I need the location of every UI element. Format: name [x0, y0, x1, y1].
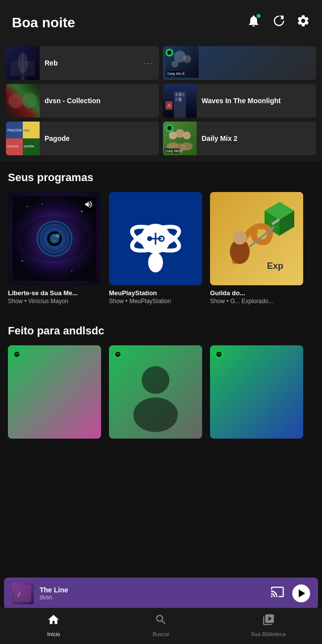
- feito-scroll: [8, 345, 314, 502]
- guilda-thumbnail: Exp: [210, 192, 303, 285]
- play-button[interactable]: [292, 584, 310, 602]
- svg-rect-5: [11, 61, 21, 76]
- svg-rect-23: [179, 98, 181, 101]
- waves-thumbnail: ⚠: [163, 84, 197, 118]
- programs-scroll: Liberte-se da Sua Me... Show • Vinícius …: [8, 192, 314, 315]
- bell-icon[interactable]: [247, 14, 261, 31]
- quick-item-daily-mix-6[interactable]: Daily Mix 6 Daily Mix 6: [163, 46, 316, 80]
- notification-dot: [257, 14, 261, 18]
- svg-point-67: [148, 253, 163, 272]
- feito-thumb-3: [210, 345, 303, 439]
- quick-item-daily-mix-2[interactable]: Daily Mix 2 Daily Mix 2: [163, 122, 316, 155]
- svg-text:⚠: ⚠: [167, 103, 171, 108]
- nav-biblioteca[interactable]: Sua Biblioteca: [215, 613, 322, 637]
- svg-rect-78: [8, 345, 101, 439]
- liberte-name: Liberte-se da Sua Me...: [8, 289, 101, 297]
- svg-point-38: [183, 131, 191, 139]
- feito-card-2[interactable]: [109, 345, 202, 443]
- svg-rect-22: [175, 98, 178, 101]
- meuplaystation-sub: Show • MeuPlayStation: [109, 298, 202, 305]
- reb-more-icon[interactable]: ···: [144, 58, 159, 68]
- spotify-dot-dm2: [165, 124, 173, 132]
- svg-rect-19: [175, 93, 178, 96]
- playing-indicator: [81, 197, 96, 212]
- svg-rect-16: [6, 84, 40, 118]
- svg-rect-20: [179, 93, 181, 96]
- reb-label: Reb: [40, 59, 144, 67]
- svg-point-47: [42, 203, 43, 204]
- nav-inicio[interactable]: Início: [0, 613, 107, 637]
- feito-thumb-2: [109, 345, 202, 439]
- now-playing-left: ♪ The Line dvsn: [12, 582, 68, 604]
- feito-card-1[interactable]: [8, 345, 101, 443]
- svg-point-45: [27, 206, 28, 207]
- bottom-navigation: Início Buscar Sua Biblioteca: [0, 608, 322, 644]
- svg-point-37: [175, 129, 184, 138]
- play-triangle-icon: [299, 589, 305, 597]
- spotify-icon-feito2: [113, 349, 123, 359]
- program-card-liberte[interactable]: Liberte-se da Sua Me... Show • Vinícius …: [8, 192, 101, 305]
- now-playing-right: [270, 584, 310, 602]
- svg-rect-21: [182, 93, 184, 96]
- spotify-icon-feito1: [12, 349, 22, 359]
- header-icons: [247, 14, 310, 31]
- spotify-dot-dm6: [165, 49, 173, 57]
- dvsn-label: dvsn - Collection: [40, 96, 159, 105]
- now-playing-info: The Line dvsn: [40, 586, 68, 601]
- svg-text:EXALTA: EXALTA: [7, 145, 18, 148]
- svg-text:mix: mix: [24, 129, 29, 132]
- search-icon: [155, 613, 167, 629]
- svg-text:Exp: Exp: [267, 261, 283, 271]
- clock-icon[interactable]: [271, 14, 285, 31]
- feito-thumb-1: [8, 345, 101, 439]
- svg-point-49: [22, 260, 23, 262]
- nav-buscar[interactable]: Buscar: [107, 613, 215, 637]
- liberte-sub: Show • Vinícius Mayon: [8, 298, 101, 305]
- svg-point-48: [71, 270, 72, 271]
- seus-programas-title: Seus programas: [8, 171, 314, 184]
- program-card-meuplaystation[interactable]: MeuPlayStation Show • MeuPlayStation: [109, 192, 202, 305]
- svg-rect-6: [25, 61, 35, 76]
- svg-rect-82: [210, 345, 303, 439]
- page-title: Boa noite: [12, 15, 75, 31]
- seus-programas-section: Seus programas: [0, 161, 322, 315]
- svg-text:♪: ♪: [17, 588, 21, 598]
- dvsn-thumbnail: [6, 84, 40, 118]
- now-playing-thumbnail: ♪: [12, 582, 34, 604]
- feito-para-title: Feito para andlsdc: [8, 324, 314, 337]
- program-card-guilda[interactable]: Exp Guilda do... Show • G... Explorado..…: [210, 192, 303, 305]
- quick-access-grid: Reb ··· Daily Mix 6 Daily Mix 6: [0, 40, 322, 161]
- svg-point-81: [133, 397, 178, 432]
- header: Boa noite: [0, 0, 322, 40]
- spotify-icon-feito3: [214, 349, 224, 359]
- meuplaystation-name: MeuPlayStation: [109, 289, 202, 297]
- reb-thumbnail: [6, 46, 40, 80]
- quick-item-reb[interactable]: Reb ···: [6, 46, 159, 80]
- guilda-sub: Show • G... Explorado...: [210, 298, 303, 305]
- svg-point-9: [183, 55, 191, 63]
- nav-biblioteca-label: Sua Biblioteca: [251, 631, 286, 637]
- quick-item-pagode[interactable]: PAGODE mix EXALTA samba Pagode: [6, 122, 159, 155]
- quick-item-dvsn[interactable]: dvsn - Collection: [6, 84, 159, 118]
- svg-point-80: [142, 366, 169, 394]
- svg-point-58: [56, 234, 60, 238]
- guilda-name: Guilda do...: [210, 289, 303, 297]
- quick-item-waves[interactable]: ⚠ Waves In The Moonlight: [163, 84, 316, 118]
- cast-device-icon[interactable]: [270, 585, 284, 602]
- now-playing-bar[interactable]: ♪ The Line dvsn: [4, 578, 318, 609]
- svg-point-10: [171, 61, 178, 67]
- feito-card-3[interactable]: [210, 345, 303, 443]
- svg-text:PAGODE: PAGODE: [7, 129, 22, 132]
- svg-point-41: [181, 142, 193, 150]
- library-icon: [262, 613, 275, 629]
- nav-buscar-label: Buscar: [153, 631, 169, 637]
- waves-label: Waves In The Moonlight: [197, 96, 316, 105]
- now-playing-title: The Line: [40, 586, 68, 594]
- nav-inicio-label: Início: [47, 631, 60, 637]
- svg-text:samba: samba: [24, 144, 34, 148]
- daily-mix-6-thumbnail: Daily Mix 6: [163, 46, 316, 80]
- feito-para-section: Feito para andlsdc: [0, 315, 322, 502]
- daily-mix-2-label: Daily Mix 2: [197, 134, 316, 143]
- daily-mix-2-thumbnail: Daily Mix 2: [163, 122, 197, 155]
- gear-icon[interactable]: [296, 14, 310, 31]
